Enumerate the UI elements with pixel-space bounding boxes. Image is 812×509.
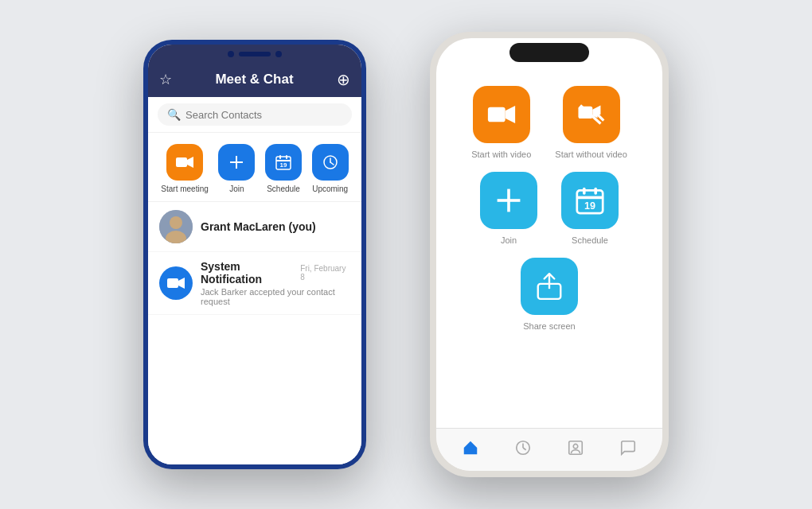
action-buttons-row: Start meeting Join [148,133,361,202]
share-screen-label: Share screen [523,321,575,331]
android-camera-area [228,51,282,57]
schedule-label: Schedule [267,185,300,193]
svg-marker-18 [505,106,514,123]
svg-rect-27 [577,196,603,200]
clock-icon [322,154,338,170]
iphone-calendar-icon: 19 [576,186,604,215]
iphone-join-label: Join [501,235,517,245]
search-input-container[interactable]: 🔍 [158,103,352,126]
svg-rect-7 [286,155,287,159]
plus-icon [228,154,244,170]
avatar-grant [159,210,193,243]
iphone-screen: Start with video [436,38,662,471]
svg-rect-3 [230,161,243,163]
svg-rect-15 [167,278,178,288]
contact-system-name: System Notification [201,260,300,286]
home-icon [462,439,479,457]
search-bar: 🔍 [148,97,361,133]
android-screen: ☆ Meet & Chat ⊕ 🔍 [148,45,361,464]
contact-grant-info: Grant MacLaren (you) [201,220,350,233]
upcoming-label: Upcoming [312,185,348,193]
start-with-video-button[interactable] [473,86,530,143]
start-meeting-btn-item: Start meeting [161,144,208,193]
camera-dot2 [275,51,282,57]
contacts-tab-icon [567,439,584,460]
iphone-join-button[interactable] [480,172,537,229]
contact-grant-name: Grant MacLaren (you) [201,220,350,233]
svg-rect-17 [488,107,506,122]
contact-system[interactable]: System Notification Fri, February 8 Jack… [148,252,361,315]
join-btn-item: Join [218,144,255,193]
share-screen-button[interactable] [521,258,578,315]
camera-dot [228,51,234,57]
svg-rect-25 [498,199,521,202]
contacts-tab-svg [567,439,584,457]
svg-text:19: 19 [280,161,287,169]
system-video-icon [167,276,185,290]
tab-clock[interactable] [505,436,541,464]
contact-system-sub: Jack Barker accepted your contact reques… [201,287,350,306]
iphone-actions-grid: Start with video [452,86,646,331]
join-button[interactable] [218,144,255,181]
app-title: Meet & Chat [215,72,293,87]
start-without-video-button[interactable] [563,86,620,143]
search-input[interactable] [185,109,342,121]
person-avatar-svg [159,210,193,243]
svg-point-13 [170,216,182,229]
iphone-row-1: Start with video [471,86,627,159]
upcoming-btn-item: Upcoming [312,144,349,193]
iphone-bottom-bar [436,428,662,471]
svg-rect-28 [583,188,586,195]
calendar-icon: 19 [275,154,291,170]
video-off-icon [577,103,606,126]
iphone-phone: Start with video [430,32,669,477]
start-with-video-label: Start with video [471,150,531,159]
share-screen-icon [534,271,564,301]
iphone-schedule-button[interactable]: 19 [561,172,619,229]
svg-marker-16 [178,278,185,289]
scene: ☆ Meet & Chat ⊕ 🔍 [0,0,812,509]
iphone-content: Start with video [436,38,662,428]
contact-system-info: System Notification Fri, February 8 Jack… [201,260,350,306]
start-meeting-button[interactable] [166,144,203,181]
join-label: Join [229,185,244,193]
home-tab-icon [462,439,479,460]
clock-tab-icon [514,439,532,460]
chat-tab-svg [619,439,637,457]
video-on-icon [487,103,516,126]
tab-home[interactable] [452,436,489,464]
iphone-schedule-label: Schedule [572,235,608,245]
svg-point-37 [573,444,578,449]
chat-tab-icon [619,439,637,460]
svg-rect-6 [279,155,281,159]
clock-tab-svg [514,439,532,457]
iphone-notch [509,43,589,62]
start-without-video-label: Start without video [555,150,627,159]
upcoming-button[interactable] [312,144,349,181]
svg-rect-19 [578,107,592,119]
schedule-button[interactable]: 19 [265,144,302,181]
share-screen-item: Share screen [521,258,578,331]
svg-line-35 [523,448,526,450]
svg-line-11 [330,162,334,165]
star-icon[interactable]: ☆ [159,71,172,88]
search-icon: 🔍 [167,108,181,121]
iphone-row-2: Join 19 [480,172,619,245]
iphone-row-3: Share screen [521,258,578,331]
speaker-bar [239,52,271,56]
video-icon [176,155,193,169]
svg-rect-0 [176,157,187,167]
svg-text:19: 19 [584,200,595,212]
schedule-btn-item: 19 Schedule [265,144,302,193]
tab-chat[interactable] [610,436,646,464]
iphone-plus-icon [494,186,523,215]
contact-system-date: Fri, February 8 [300,264,350,282]
tab-contacts[interactable] [557,436,594,464]
svg-marker-1 [187,157,193,168]
add-icon[interactable]: ⊕ [337,70,350,89]
contact-grant[interactable]: Grant MacLaren (you) [148,202,361,252]
start-with-video-item: Start with video [471,86,531,159]
iphone-schedule-item: 19 Schedule [561,172,619,245]
svg-rect-29 [594,188,597,195]
contacts-list: Grant MacLaren (you) System Notification [148,202,361,464]
